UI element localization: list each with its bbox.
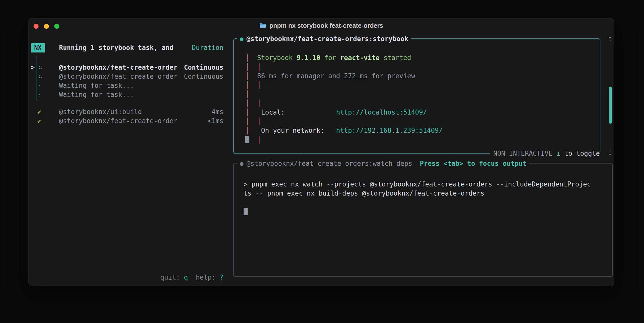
task-list-header-text: Running 1 storybook task, and: [59, 44, 173, 51]
nx-logo-badge: NX: [31, 43, 45, 52]
text-segment: 86 ms: [257, 72, 277, 80]
focus-output-hint: Press <tab> to focus output: [420, 159, 526, 168]
text-segment: to toggle: [560, 150, 600, 157]
quit-help-hints: quit: q help: ?: [29, 273, 223, 282]
text-segment: react-vite: [340, 54, 380, 62]
text-segment: for manager and: [277, 72, 344, 80]
terminal-window: pnpm nx storybook feat-create-orders NX …: [28, 18, 614, 286]
scroll-up-arrow[interactable]: ↑: [608, 34, 612, 43]
text-segment: 9.1.10: [297, 54, 320, 62]
text-segment: NON-INTERACTIVE: [493, 150, 556, 157]
text-segment: 272 ms: [344, 72, 368, 80]
task-name: @storybooknx/feat-create-order: [59, 63, 178, 72]
noninteractive-hint: NON-INTERACTIVE i to toggle: [490, 149, 600, 158]
text-segment: q: [184, 274, 188, 281]
scrollbar-thumb[interactable]: [609, 87, 612, 124]
terminal-line: │ 86 ms for manager and 272 ms for previ…: [245, 71, 443, 80]
text-segment: │: [249, 136, 261, 143]
text-segment: [249, 72, 257, 80]
terminal-line: │: [245, 135, 443, 144]
storybook-output: │ Storybook 9.1.10 for react-vite starte…: [245, 53, 443, 144]
task-name: @storybooknx/feat-create-order: [59, 116, 178, 125]
terminal-line: │ │: [245, 117, 443, 126]
completed-task-row[interactable]: ✔@storybooknx/feat-create-order<1ms: [29, 116, 223, 125]
text-segment: Storybook: [249, 54, 297, 62]
task-name: Waiting for task...: [59, 90, 134, 99]
task-list: ⠦@storybooknx/feat-create-orderContinuou…: [29, 63, 223, 99]
task-row[interactable]: ·Waiting for task...: [29, 90, 223, 99]
terminal-line: [244, 198, 591, 207]
task-row[interactable]: ⠦@storybooknx/feat-create-orderContinuou…: [29, 63, 223, 72]
text-segment: i: [557, 150, 561, 157]
text-segment: │: [245, 81, 249, 89]
storybook-panel: ● @storybooknx/feat-create-orders:storyb…: [233, 38, 600, 154]
window-title: pnpm nx storybook feat-create-orders: [29, 18, 614, 33]
task-status: Continuous: [184, 72, 223, 81]
text-segment: ?: [219, 274, 223, 281]
completed-task-list: ✔@storybooknx/ui:build4ms✔@storybooknx/f…: [29, 107, 223, 125]
terminal-line: │ Storybook 9.1.10 for react-vite starte…: [245, 53, 443, 62]
task-status: Continuous: [184, 63, 223, 72]
text-segment: for: [320, 54, 340, 62]
task-spinner-icon: ⠦: [38, 72, 43, 81]
terminal-cursor: [245, 136, 249, 143]
text-segment: │: [245, 127, 249, 134]
terminal-line: │ │: [245, 80, 443, 90]
text-segment: │: [245, 90, 249, 98]
task-list-header: Running 1 storybook task, and Duration: [59, 43, 223, 52]
task-spinner-icon: ·: [38, 90, 42, 99]
idle-status-dot: ●: [240, 159, 243, 168]
window-title-text: pnpm nx storybook feat-create-orders: [269, 21, 383, 30]
watch-deps-task-name: @storybooknx/feat-create-orders:watch-de…: [246, 159, 412, 168]
task-spinner-icon: ⠦: [38, 63, 43, 72]
running-status-dot: ●: [240, 34, 243, 43]
checkmark-icon: ✔: [37, 107, 41, 116]
completed-task-row[interactable]: ✔@storybooknx/ui:build4ms: [29, 107, 223, 116]
watch-deps-panel: ● @storybooknx/feat-create-orders:watch-…: [233, 163, 613, 277]
task-duration: <1ms: [208, 116, 223, 125]
text-segment: for preview: [368, 72, 415, 80]
task-name: Waiting for task...: [59, 81, 134, 90]
watch-output: > pnpm exec nx watch --projects @storybo…: [244, 180, 591, 216]
task-row[interactable]: ⠦@storybooknx/feat-create-orderContinuou…: [29, 72, 223, 81]
text-segment: Local:: [249, 109, 336, 116]
storybook-task-name: @storybooknx/feat-create-orders:storyboo…: [246, 34, 408, 43]
text-segment: │: [249, 118, 261, 125]
terminal-line: │: [245, 90, 443, 99]
task-spinner-icon: ·: [38, 81, 42, 90]
text-segment: │: [245, 99, 249, 107]
url-link[interactable]: http://localhost:51409/: [336, 109, 427, 116]
terminal-line: │ │: [245, 99, 443, 108]
text-segment: │: [245, 54, 249, 62]
text-segment: │: [245, 118, 249, 125]
text-segment: │: [245, 72, 249, 80]
folder-icon: [259, 23, 266, 28]
task-name: @storybooknx/feat-create-order: [59, 72, 178, 81]
titlebar[interactable]: pnpm nx storybook feat-create-orders: [29, 18, 614, 33]
text-segment: help:: [188, 274, 219, 281]
text-segment: ts -- pnpm exec nx build-deps @storybook…: [244, 190, 484, 197]
text-segment: > pnpm exec nx watch --projects @storybo…: [244, 180, 591, 188]
text-segment: │: [249, 81, 261, 89]
terminal-line: │ On your network: http://192.168.1.239:…: [245, 126, 443, 135]
text-segment: │: [249, 63, 261, 71]
scroll-down-arrow[interactable]: ↓: [608, 148, 612, 157]
terminal-line: [244, 207, 591, 216]
terminal-cursor: [244, 208, 248, 215]
task-row[interactable]: ·Waiting for task...: [29, 81, 223, 90]
watch-deps-panel-title: ● @storybooknx/feat-create-orders:watch-…: [237, 159, 529, 168]
url-link[interactable]: http://192.168.1.239:51409/: [336, 127, 443, 134]
storybook-panel-title: ● @storybooknx/feat-create-orders:storyb…: [237, 34, 411, 43]
duration-column-label: Duration: [192, 43, 223, 52]
terminal-line: > pnpm exec nx watch --projects @storybo…: [244, 180, 591, 189]
text-segment: started: [379, 54, 411, 62]
terminal-line: │ Local: http://localhost:51409/: [245, 108, 443, 117]
checkmark-icon: ✔: [37, 116, 41, 125]
terminal-line: │ │: [245, 62, 443, 71]
text-segment: │: [245, 63, 249, 71]
text-segment: │: [249, 99, 261, 107]
terminal-line: ts -- pnpm exec nx build-deps @storybook…: [244, 189, 591, 198]
task-name: @storybooknx/ui:build: [59, 107, 142, 116]
text-segment: On your network:: [249, 127, 336, 134]
task-duration: 4ms: [212, 107, 223, 116]
